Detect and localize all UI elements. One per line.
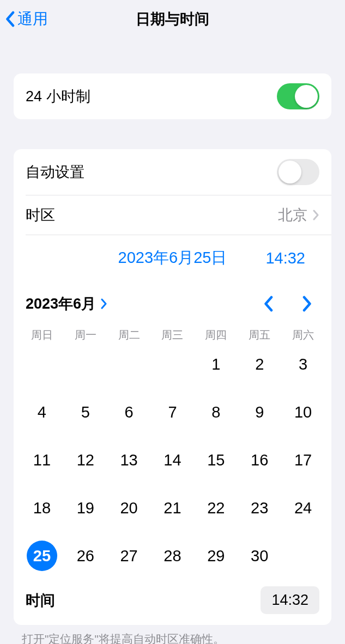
- day-number: 10: [288, 397, 318, 427]
- back-label: 通用: [17, 9, 48, 29]
- day-cell-empty: [64, 348, 107, 381]
- day-cell[interactable]: 9: [238, 396, 281, 428]
- selected-date-display[interactable]: 2023年6月25日: [118, 247, 227, 269]
- day-number: 3: [288, 349, 318, 379]
- day-number: 5: [70, 397, 101, 427]
- weekday-label: 周四: [194, 324, 238, 346]
- weekday-label: 周五: [238, 324, 281, 346]
- toggle-knob: [279, 161, 301, 183]
- day-number: 18: [27, 493, 57, 523]
- day-number: 6: [114, 397, 144, 427]
- day-number: 17: [288, 445, 318, 475]
- nav-header: 通用 日期与时间: [0, 0, 345, 38]
- selected-time-display[interactable]: 14:32: [265, 249, 305, 267]
- value-timezone: 北京: [278, 205, 307, 225]
- day-cell[interactable]: 16: [238, 444, 281, 476]
- chevron-left-icon: [4, 11, 15, 27]
- calendar-grid: 1234567891011121314151617181920212223242…: [14, 346, 331, 579]
- day-cell[interactable]: 1: [194, 348, 238, 381]
- day-number: 8: [201, 397, 231, 427]
- day-cell[interactable]: 28: [151, 539, 195, 572]
- day-cell-empty: [20, 348, 64, 381]
- row-timezone[interactable]: 时区 北京: [14, 195, 331, 235]
- day-number: 29: [201, 541, 231, 571]
- day-cell[interactable]: 7: [151, 396, 195, 428]
- row-autoset: 自动设置: [14, 149, 331, 195]
- footer-note: 打开"定位服务"将提高自动时区准确性。: [22, 631, 323, 644]
- day-number: 1: [201, 349, 231, 379]
- day-number: 26: [70, 541, 101, 571]
- day-number: 25: [27, 541, 57, 571]
- day-cell[interactable]: 24: [281, 492, 325, 524]
- row-selected-datetime: 2023年6月25日 14:32: [14, 235, 331, 281]
- time-picker[interactable]: 14:32: [261, 586, 319, 614]
- chevron-right-icon: [313, 210, 319, 220]
- chevron-right-icon: [302, 296, 313, 312]
- day-cell[interactable]: 5: [64, 396, 107, 428]
- label-timezone: 时区: [26, 205, 278, 225]
- day-number: 20: [114, 493, 144, 523]
- toggle-autoset[interactable]: [277, 159, 319, 185]
- label-autoset: 自动设置: [26, 162, 277, 182]
- day-number: 15: [201, 445, 231, 475]
- day-cell[interactable]: 15: [194, 444, 238, 476]
- day-number: 11: [27, 445, 57, 475]
- day-number: 7: [157, 397, 187, 427]
- day-cell[interactable]: 8: [194, 396, 238, 428]
- day-cell[interactable]: 22: [194, 492, 238, 524]
- day-cell[interactable]: 29: [194, 539, 238, 572]
- day-cell[interactable]: 30: [238, 539, 281, 572]
- day-cell[interactable]: 21: [151, 492, 195, 524]
- month-navigation: 2023年6月: [14, 281, 331, 320]
- section-24hour: 24 小时制: [14, 73, 331, 119]
- day-cell[interactable]: 14: [151, 444, 195, 476]
- day-number: 23: [244, 493, 275, 523]
- month-picker[interactable]: 2023年6月: [26, 294, 108, 314]
- day-number: 14: [157, 445, 187, 475]
- day-cell[interactable]: 12: [64, 444, 107, 476]
- day-cell[interactable]: 25: [20, 539, 64, 572]
- day-number: 28: [157, 541, 187, 571]
- month-label-text: 2023年6月: [26, 294, 96, 314]
- day-cell-empty: [151, 348, 195, 381]
- prev-month-button[interactable]: [256, 292, 280, 316]
- toggle-24hour[interactable]: [277, 83, 319, 109]
- weekday-label: 周六: [281, 324, 325, 346]
- day-cell[interactable]: 6: [107, 396, 151, 428]
- day-cell[interactable]: 10: [281, 396, 325, 428]
- day-number: 21: [157, 493, 187, 523]
- day-cell[interactable]: 26: [64, 539, 107, 572]
- day-cell[interactable]: 2: [238, 348, 281, 381]
- back-button[interactable]: 通用: [4, 9, 48, 29]
- weekday-label: 周一: [64, 324, 107, 346]
- weekday-label: 周二: [107, 324, 151, 346]
- toggle-knob: [295, 85, 318, 108]
- section-datetime: 自动设置 时区 北京 2023年6月25日 14:32 2023年6月: [14, 149, 331, 625]
- day-number: 30: [244, 541, 275, 571]
- day-cell[interactable]: 4: [20, 396, 64, 428]
- day-cell[interactable]: 3: [281, 348, 325, 381]
- day-cell[interactable]: 20: [107, 492, 151, 524]
- day-cell[interactable]: 23: [238, 492, 281, 524]
- weekday-header: 周日周一周二周三周四周五周六: [14, 320, 331, 346]
- day-number: 16: [244, 445, 275, 475]
- day-cell[interactable]: 18: [20, 492, 64, 524]
- day-cell[interactable]: 27: [107, 539, 151, 572]
- day-cell[interactable]: 11: [20, 444, 64, 476]
- day-number: 22: [201, 493, 231, 523]
- label-24hour: 24 小时制: [26, 87, 277, 106]
- day-cell[interactable]: 17: [281, 444, 325, 476]
- chevron-left-icon: [263, 296, 274, 312]
- row-time: 时间 14:32: [14, 579, 331, 625]
- label-time: 时间: [26, 591, 261, 610]
- day-cell[interactable]: 13: [107, 444, 151, 476]
- day-number: 12: [70, 445, 101, 475]
- day-number: 9: [244, 397, 275, 427]
- day-number: 4: [27, 397, 57, 427]
- day-cell[interactable]: 19: [64, 492, 107, 524]
- next-month-button[interactable]: [295, 292, 319, 316]
- day-cell-empty: [107, 348, 151, 381]
- row-24hour: 24 小时制: [14, 73, 331, 119]
- day-number: 2: [244, 349, 275, 379]
- page-title: 日期与时间: [136, 9, 209, 29]
